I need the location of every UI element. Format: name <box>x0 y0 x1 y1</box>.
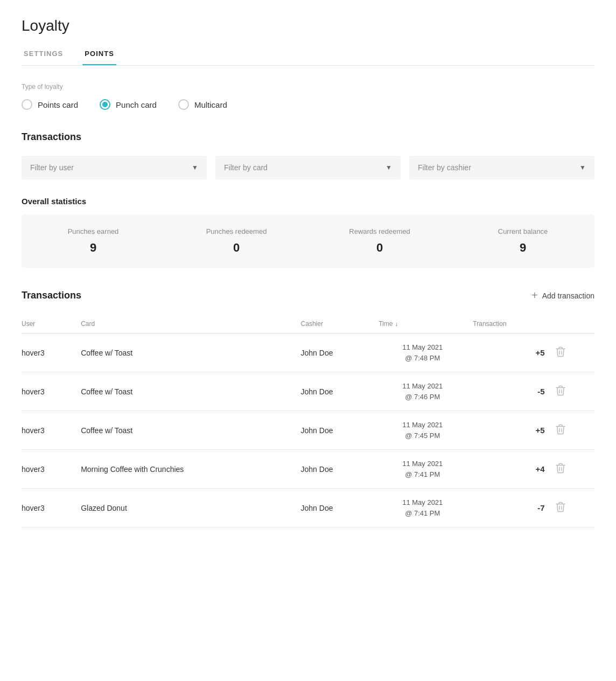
delete-button[interactable] <box>554 344 568 362</box>
stat-punches-redeemed-label: Punches redeemed <box>173 227 299 235</box>
col-header-cashier: Cashier <box>301 315 379 333</box>
radio-circle-points-card <box>22 99 32 110</box>
stat-rewards-redeemed-value: 0 <box>317 241 443 255</box>
cell-time: 11 May 2021@ 7:41 PM <box>379 489 473 527</box>
cell-cashier: John Doe <box>301 450 379 489</box>
add-transaction-button[interactable]: + Add transaction <box>531 289 594 302</box>
cell-card: Coffee w/ Toast <box>81 411 300 450</box>
cell-cashier: John Doe <box>301 372 379 411</box>
radio-option-punch-card[interactable]: Punch card <box>100 99 157 110</box>
col-header-card: Card <box>81 315 300 333</box>
radio-label-punch-card: Punch card <box>116 100 157 109</box>
cell-user: hover3 <box>22 372 81 411</box>
tabs-container: SETTINGS POINTS <box>22 50 594 66</box>
cell-transaction: -5 <box>473 372 553 411</box>
filter-by-cashier[interactable]: Filter by cashier ▼ <box>409 156 594 179</box>
cell-time: 11 May 2021@ 7:41 PM <box>379 450 473 489</box>
col-header-actions <box>554 315 594 333</box>
cell-time: 11 May 2021@ 7:46 PM <box>379 372 473 411</box>
cell-card: Coffee w/ Toast <box>81 372 300 411</box>
stat-current-balance: Current balance 9 <box>451 214 594 268</box>
radio-option-points-card[interactable]: Points card <box>22 99 78 110</box>
cell-transaction: +5 <box>473 411 553 450</box>
cell-user: hover3 <box>22 450 81 489</box>
transactions-table-title: Transactions <box>22 290 81 301</box>
delete-button[interactable] <box>554 422 568 439</box>
radio-label-multicard: Multicard <box>194 100 227 109</box>
cell-card: Coffee w/ Toast <box>81 333 300 372</box>
cell-delete[interactable] <box>554 333 594 372</box>
col-header-transaction: Transaction <box>473 315 553 333</box>
cell-user: hover3 <box>22 333 81 372</box>
col-header-time[interactable]: Time ↓ <box>379 315 473 333</box>
cell-transaction: +5 <box>473 333 553 372</box>
cell-time: 11 May 2021@ 7:45 PM <box>379 411 473 450</box>
tab-points[interactable]: POINTS <box>82 50 116 65</box>
overall-statistics-title: Overall statistics <box>22 197 594 206</box>
time-sort-icon: ↓ <box>395 321 398 327</box>
page-title: Loyalty <box>22 17 594 34</box>
loyalty-type-label: Type of loyalty <box>22 83 594 91</box>
col-header-user: User <box>22 315 81 333</box>
tab-settings[interactable]: SETTINGS <box>22 50 65 65</box>
transactions-table: User Card Cashier Time ↓ Transaction hov… <box>22 315 594 527</box>
stat-current-balance-label: Current balance <box>460 227 586 235</box>
filter-user-label: Filter by user <box>30 163 74 172</box>
plus-icon: + <box>531 289 538 302</box>
cell-transaction: -7 <box>473 489 553 527</box>
filter-cashier-label: Filter by cashier <box>418 163 471 172</box>
cell-delete[interactable] <box>554 411 594 450</box>
loyalty-type-radio-group: Points card Punch card Multicard <box>22 99 594 110</box>
delete-button[interactable] <box>554 461 568 478</box>
stat-rewards-redeemed: Rewards redeemed 0 <box>308 214 451 268</box>
filter-by-user[interactable]: Filter by user ▼ <box>22 156 207 179</box>
stat-current-balance-value: 9 <box>460 241 586 255</box>
cell-cashier: John Doe <box>301 411 379 450</box>
delete-button[interactable] <box>554 383 568 400</box>
table-row: hover3 Coffee w/ Toast John Doe 11 May 2… <box>22 372 594 411</box>
cell-delete[interactable] <box>554 489 594 527</box>
add-transaction-label: Add transaction <box>542 291 594 300</box>
filter-card-label: Filter by card <box>224 163 268 172</box>
cell-cashier: John Doe <box>301 489 379 527</box>
cell-card: Glazed Donut <box>81 489 300 527</box>
filter-card-arrow-icon: ▼ <box>386 164 392 171</box>
filter-by-card[interactable]: Filter by card ▼ <box>215 156 401 179</box>
transactions-table-header: Transactions + Add transaction <box>22 289 594 302</box>
radio-circle-multicard <box>178 99 189 110</box>
cell-time: 11 May 2021@ 7:48 PM <box>379 333 473 372</box>
radio-label-points-card: Points card <box>38 100 78 109</box>
transactions-section-title: Transactions <box>22 131 594 143</box>
table-row: hover3 Coffee w/ Toast John Doe 11 May 2… <box>22 333 594 372</box>
cell-user: hover3 <box>22 411 81 450</box>
cell-user: hover3 <box>22 489 81 527</box>
filter-cashier-arrow-icon: ▼ <box>579 164 586 171</box>
cell-card: Morning Coffee with Crunchies <box>81 450 300 489</box>
radio-circle-punch-card <box>100 99 110 110</box>
table-row: hover3 Coffee w/ Toast John Doe 11 May 2… <box>22 411 594 450</box>
stat-punches-earned-label: Punches earned <box>30 227 156 235</box>
cell-delete[interactable] <box>554 372 594 411</box>
stats-box: Punches earned 9 Punches redeemed 0 Rewa… <box>22 214 594 268</box>
stat-punches-redeemed-value: 0 <box>173 241 299 255</box>
table-row: hover3 Morning Coffee with Crunchies Joh… <box>22 450 594 489</box>
cell-delete[interactable] <box>554 450 594 489</box>
cell-transaction: +4 <box>473 450 553 489</box>
radio-option-multicard[interactable]: Multicard <box>178 99 227 110</box>
stat-punches-redeemed: Punches redeemed 0 <box>165 214 308 268</box>
stat-punches-earned-value: 9 <box>30 241 156 255</box>
stat-rewards-redeemed-label: Rewards redeemed <box>317 227 443 235</box>
table-row: hover3 Glazed Donut John Doe 11 May 2021… <box>22 489 594 527</box>
stat-punches-earned: Punches earned 9 <box>22 214 165 268</box>
filters-container: Filter by user ▼ Filter by card ▼ Filter… <box>22 156 594 179</box>
delete-button[interactable] <box>554 499 568 517</box>
filter-user-arrow-icon: ▼ <box>192 164 198 171</box>
cell-cashier: John Doe <box>301 333 379 372</box>
